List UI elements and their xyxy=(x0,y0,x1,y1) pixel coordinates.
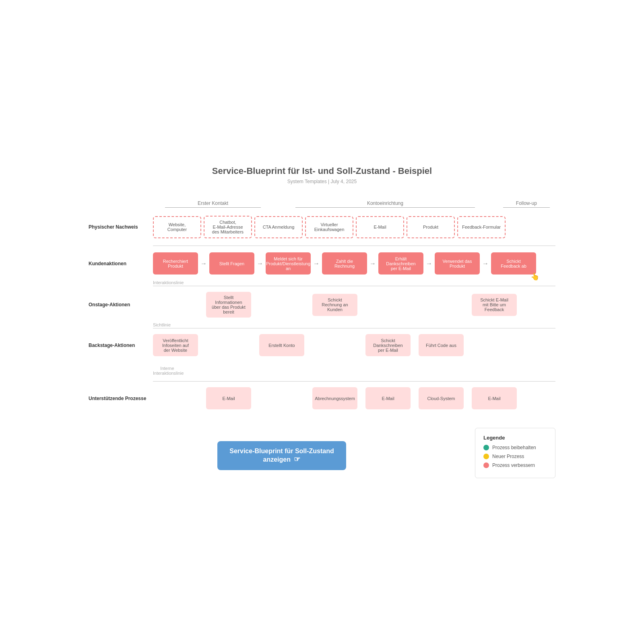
page-container: Service-Blueprint für Ist- und Soll-Zust… xyxy=(80,150,564,494)
customer-action-4: Zahlt dieRechnung xyxy=(322,252,367,275)
divider-4 xyxy=(153,381,555,382)
backstage-box-1: VeröffentlichtInfoseiten aufder Website xyxy=(153,334,198,356)
cursor-icon-cta: ☞ xyxy=(294,455,300,464)
backstage-boxes: VeröffentlichtInfoseiten aufder Website … xyxy=(153,334,555,356)
support-box-4: Abrechnungssystem xyxy=(312,387,357,409)
physical-box-7: Feedback-Formular xyxy=(457,216,506,238)
physical-box-6: Produkt xyxy=(407,216,455,238)
backstage-row: Backstage-Aktionen VeröffentlichtInfosei… xyxy=(89,332,555,359)
arrow-5: → xyxy=(426,260,432,267)
customer-action-1: RecherchiertProdukt xyxy=(153,252,198,275)
customer-action-3: Meldet sich fürProdukt/Dienstleistungan xyxy=(266,252,311,275)
blueprint-container: Erster Kontakt Kontoeinrichtung Follow-u… xyxy=(89,200,555,478)
legend-dot-1 xyxy=(483,445,489,450)
physical-box-2: Chatbot,E-Mail-Adressedes Mitarbeiters xyxy=(204,216,252,238)
divider-2 xyxy=(153,286,555,286)
cta-button[interactable]: Service-Blueprint für Soll-Zustandanzeig… xyxy=(217,441,346,470)
physischer-nachweis-boxes: Website,Computer Chatbot,E-Mail-Adressed… xyxy=(153,216,555,238)
kundenaktionen-label: Kundenaktionen xyxy=(89,252,153,275)
onstage-label: Onstage-Aktionen xyxy=(89,302,153,308)
arrow-6: → xyxy=(482,260,489,267)
cursor-icon-1: 👆 xyxy=(530,272,539,281)
backstage-label: Backstage-Aktionen xyxy=(89,343,153,348)
legend-dot-2 xyxy=(483,454,489,459)
arrow-2: → xyxy=(257,260,263,267)
onstage-box-4: SchicktRechnung anKunden xyxy=(312,294,357,316)
unterstuetzende-label: Unterstützende Prozesse xyxy=(89,396,153,401)
unterstuetzende-prozesse-row: Unterstützende Prozesse E-Mail Abrechnun… xyxy=(89,385,555,412)
legend-item-2: Neuer Prozess xyxy=(483,454,547,459)
phase-headers: Erster Kontakt Kontoeinrichtung Follow-u… xyxy=(153,200,555,206)
cta-section: Service-Blueprint für Soll-Zustandanzeig… xyxy=(89,441,475,470)
phase-kontoeinrichtung: Kontoeinrichtung xyxy=(273,200,497,206)
backstage-box-6: Führt Code aus xyxy=(419,334,464,356)
arrow-1: → xyxy=(200,260,207,267)
customer-action-5: ErhältDankschreibenper E-Mail xyxy=(378,252,423,275)
customer-action-2: Stellt Fragen xyxy=(209,252,254,275)
onstage-row: Onstage-Aktionen Stellt Informationenübe… xyxy=(89,289,555,320)
arrow-4: → xyxy=(369,260,376,267)
onstage-boxes: Stellt Informationenüber das Produktbere… xyxy=(153,292,555,318)
support-box-2: E-Mail xyxy=(206,387,251,409)
kundenaktionen-row: Kundenaktionen RecherchiertProdukt → Ste… xyxy=(89,250,555,277)
onstage-box-7: Schickt E-Mailmit Bitte umFeedback xyxy=(472,294,517,316)
sichtlinie-label: Sichtlinie xyxy=(153,322,555,327)
phase-erster-kontakt: Erster Kontakt xyxy=(153,200,273,206)
legend-item-3: Prozess verbessern xyxy=(483,462,547,468)
divider-3 xyxy=(153,328,555,328)
physical-box-1: Website,Computer xyxy=(153,216,201,238)
support-box-7: E-Mail xyxy=(472,387,517,409)
backstage-box-5: SchicktDankschreibenper E-Mail xyxy=(365,334,411,356)
physischer-nachweis-row: Physischer Nachweis Website,Computer Cha… xyxy=(89,213,555,241)
legend-dot-3 xyxy=(483,462,489,468)
arrow-3: → xyxy=(313,260,320,267)
divider-1 xyxy=(153,246,555,246)
legend: Legende Prozess beibehalten Neuer Prozes… xyxy=(475,428,555,478)
physical-box-3: CTA Anmeldung xyxy=(254,216,303,238)
customer-action-7: SchicktFeedback ab 👆 xyxy=(491,252,536,275)
legend-title: Legende xyxy=(483,435,547,441)
physical-box-4: VirtuellerEinkaufswagen xyxy=(305,216,353,238)
physischer-nachweis-label: Physischer Nachweis xyxy=(89,216,153,238)
page-title: Service-Blueprint für Ist- und Soll-Zust… xyxy=(89,166,555,176)
interne-interaktionslinie-label: Interne Interaktionslinie xyxy=(153,361,555,380)
kundenaktionen-boxes: RecherchiertProdukt → Stellt Fragen → Me… xyxy=(153,252,555,275)
support-box-6: Cloud-System xyxy=(419,387,464,409)
legend-item-1: Prozess beibehalten xyxy=(483,445,547,450)
physical-box-5: E-Mail xyxy=(356,216,404,238)
customer-action-6: Verwendet dasProdukt xyxy=(435,252,480,275)
backstage-box-3: Erstellt Konto xyxy=(259,334,304,356)
phase-followup: Follow-up xyxy=(497,200,555,206)
support-box-5: E-Mail xyxy=(365,387,411,409)
onstage-box-2: Stellt Informationenüber das Produktbere… xyxy=(206,292,251,318)
page-subtitle: System Templates | July 4, 2025 xyxy=(89,179,555,184)
unterstuetzende-boxes: E-Mail Abrechnungssystem E-Mail Cloud-Sy… xyxy=(153,387,555,409)
interaktionslinie-label: Interaktionslinie xyxy=(153,280,555,285)
